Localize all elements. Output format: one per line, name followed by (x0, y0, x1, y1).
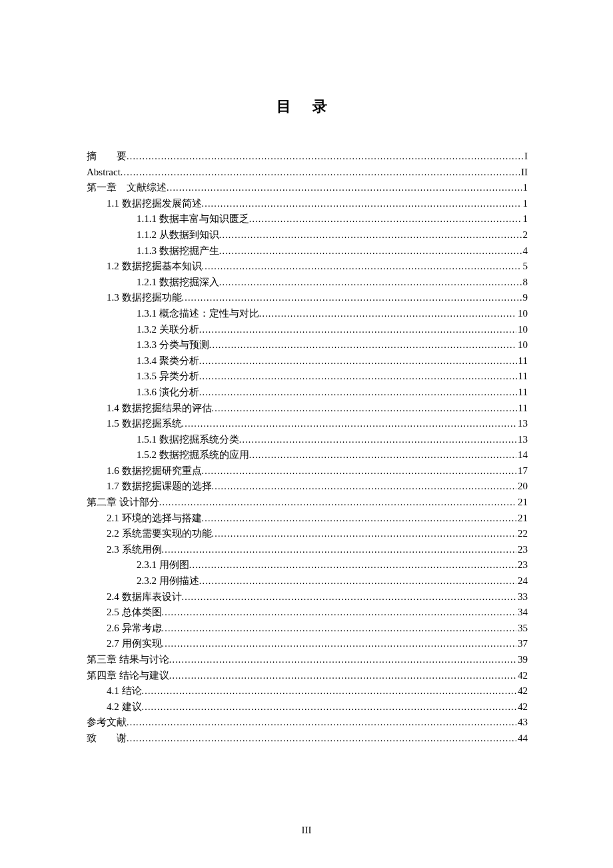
toc-entry-page: 13 (516, 416, 528, 432)
toc-entry-page: 11 (517, 401, 528, 417)
toc-leader-dots (142, 683, 517, 699)
toc-entry: 1.5.2 数据挖掘系统的应用14 (87, 447, 528, 463)
toc-leader-dots (159, 495, 516, 511)
toc-entry-label: 2.3.1 用例图 (137, 557, 189, 573)
toc-leader-dots (199, 385, 517, 401)
toc-entry: 1.1 数据挖掘发展简述1 (87, 196, 528, 212)
toc-entry-page: 37 (516, 636, 528, 652)
toc-leader-dots (189, 557, 516, 573)
toc-entry: 1.5.1 数据挖掘系统分类13 (87, 432, 528, 448)
toc-leader-dots (121, 165, 520, 181)
toc-leader-dots (169, 668, 516, 684)
toc-leader-dots (202, 463, 517, 479)
toc-entry-label: 2.1 环境的选择与搭建 (107, 511, 202, 527)
toc-leader-dots (182, 416, 517, 432)
toc-entry-page: 8 (522, 275, 528, 291)
toc-leader-dots (127, 715, 516, 731)
toc-entry: 摘 要I (87, 149, 528, 165)
toc-leader-dots (142, 699, 517, 715)
toc-entry-page: 5 (522, 259, 528, 275)
toc-entry: 1.1.1 数据丰富与知识匮乏1 (87, 211, 528, 227)
toc-entry-label: 4.1 结论 (107, 683, 142, 699)
toc-entry-label: Abstract (87, 165, 121, 181)
toc-leader-dots (127, 149, 523, 165)
toc-entry-label: 参考文献 (87, 715, 127, 731)
toc-leader-dots (202, 196, 522, 212)
toc-entry-label: 4.2 建议 (107, 699, 142, 715)
toc-entry: 2.4 数据库表设计33 (87, 589, 528, 605)
toc-entry-page: 35 (516, 621, 528, 637)
toc-entry-label: 1.4 数据挖掘结果的评估 (107, 401, 212, 417)
toc-entry-label: 1.3.4 聚类分析 (137, 353, 199, 369)
toc-entry: 1.6 数据挖掘研究重点17 (87, 463, 528, 479)
toc-entry: 1.1.2 从数据到知识2 (87, 227, 528, 243)
toc-entry: AbstractII (87, 165, 528, 181)
toc-entry-page: 10 (516, 337, 528, 353)
toc-entry: 1.3.4 聚类分析11 (87, 353, 528, 369)
toc-entry: 1.3.2 关联分析10 (87, 322, 528, 338)
toc-entry-page: 9 (522, 290, 528, 306)
toc-entry-label: 1.1.3 数据挖掘产生 (137, 243, 219, 259)
toc-entry-label: 1.5 数据挖掘系统 (107, 416, 182, 432)
toc-entry-label: 2.3 系统用例 (107, 542, 162, 558)
toc-entry: 1.1.3 数据挖掘产生4 (87, 243, 528, 259)
toc-entry-label: 第三章 结果与讨论 (87, 652, 169, 668)
toc-entry-label: 摘 要 (87, 149, 127, 165)
toc-entry: 1.3.5 异类分析11 (87, 369, 528, 385)
toc-entry-label: 1.7 数据挖掘课题的选择 (107, 479, 212, 495)
toc-entry-page: 34 (516, 605, 528, 621)
toc-entry-page: 22 (516, 526, 528, 542)
toc-entry: 2.3 系统用例23 (87, 542, 528, 558)
toc-leader-dots (249, 447, 516, 463)
toc-leader-dots (202, 259, 522, 275)
toc-entry: 参考文献43 (87, 715, 528, 731)
toc-entry-page: I (523, 149, 528, 165)
toc-entry: 1.7 数据挖掘课题的选择20 (87, 479, 528, 495)
toc-entry-label: 1.3 数据挖掘功能 (107, 290, 182, 306)
toc-entry-label: 1.3.6 演化分析 (137, 385, 199, 401)
toc-entry: 第四章 结论与建议42 (87, 668, 528, 684)
toc-entry-page: 21 (516, 495, 528, 511)
toc-leader-dots (162, 621, 517, 637)
toc-entry-page: 11 (517, 353, 528, 369)
toc-entry: 1.4 数据挖掘结果的评估11 (87, 401, 528, 417)
toc-entry: 1.3 数据挖掘功能9 (87, 290, 528, 306)
toc-list: 摘 要IAbstractII第一章 文献综述11.1 数据挖掘发展简述11.1.… (87, 149, 528, 747)
toc-leader-dots (212, 401, 517, 417)
toc-leader-dots (162, 605, 517, 621)
toc-leader-dots (219, 227, 522, 243)
toc-entry-label: 1.2.1 数据挖掘深入 (137, 275, 219, 291)
toc-entry-label: 2.5 总体类图 (107, 605, 162, 621)
toc-entry-page: 33 (516, 589, 528, 605)
toc-entry-page: 10 (516, 322, 528, 338)
toc-entry-page: 11 (517, 369, 528, 385)
toc-entry-label: 1.3.5 异类分析 (137, 369, 199, 385)
toc-leader-dots (239, 432, 516, 448)
toc-entry-page: 1 (522, 211, 528, 227)
toc-entry-page: 4 (522, 243, 528, 259)
toc-entry: 2.3.2 用例描述24 (87, 573, 528, 589)
toc-leader-dots (182, 589, 517, 605)
toc-leader-dots (219, 243, 522, 259)
toc-entry-page: 2 (522, 227, 528, 243)
toc-entry-label: 2.3.2 用例描述 (137, 573, 199, 589)
toc-leader-dots (162, 636, 517, 652)
toc-entry-page: 13 (516, 432, 528, 448)
toc-entry-label: 1.1 数据挖掘发展简述 (107, 196, 202, 212)
toc-entry: 2.7 用例实现37 (87, 636, 528, 652)
toc-entry: 致 谢44 (87, 731, 528, 747)
toc-entry: 1.2.1 数据挖掘深入8 (87, 275, 528, 291)
toc-entry: 第三章 结果与讨论39 (87, 652, 528, 668)
toc-entry-page: 42 (516, 668, 528, 684)
toc-entry: 2.1 环境的选择与搭建21 (87, 511, 528, 527)
toc-entry: 1.5 数据挖掘系统13 (87, 416, 528, 432)
toc-leader-dots (127, 731, 516, 747)
toc-entry: 第一章 文献综述1 (87, 180, 528, 196)
toc-entry: 1.3.1 概念描述：定性与对比10 (87, 306, 528, 322)
toc-entry-page: 39 (516, 652, 528, 668)
toc-entry-label: 1.3.2 关联分析 (137, 322, 199, 338)
toc-entry-label: 第四章 结论与建议 (87, 668, 169, 684)
toc-entry-label: 1.1.2 从数据到知识 (137, 227, 219, 243)
toc-leader-dots (249, 211, 522, 227)
toc-entry-label: 1.1.1 数据丰富与知识匮乏 (137, 211, 249, 227)
